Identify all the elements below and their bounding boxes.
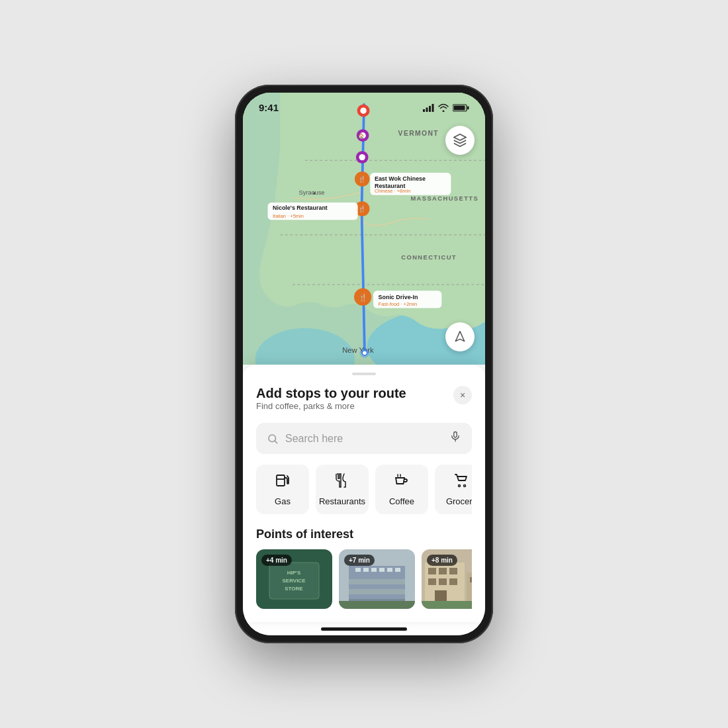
svg-rect-1 [426,107,428,112]
poi-section: Points of interest HIP'S SERVICE STORE +… [256,527,472,609]
svg-point-18 [363,351,367,355]
gas-icon [275,473,291,492]
navigation-icon [453,330,467,343]
signal-icon [423,104,434,112]
svg-text:HIP'S: HIP'S [287,570,301,576]
restaurants-icon [334,473,350,492]
grocery-label: Grocery [446,496,472,506]
svg-text:MASSACHUSETTS: MASSACHUSETTS [410,195,478,202]
restaurants-label: Restaurants [319,496,365,506]
home-indicator [243,622,485,635]
coffee-icon [394,473,410,492]
search-icon [267,433,279,445]
poi-card-1[interactable]: +7 min [339,549,415,609]
poi-card-0[interactable]: HIP'S SERVICE STORE +4 min [256,549,332,609]
category-gas[interactable]: Gas [256,465,309,514]
coffee-label: Coffee [389,496,414,506]
poi-badge-0: +4 min [261,555,292,566]
phone-frame: 9:41 [235,85,493,643]
svg-text:East Wok Chinese: East Wok Chinese [375,175,426,182]
status-time: 9:41 [259,102,279,113]
bottom-sheet: Add stops to your route Find coffee, par… [243,365,485,622]
svg-rect-45 [277,475,285,486]
svg-point-25 [359,154,365,160]
svg-point-47 [459,485,461,487]
svg-rect-63 [387,568,392,572]
category-grocery[interactable]: Grocery [435,465,472,514]
poi-card-2[interactable]: +8 min [422,549,472,609]
svg-rect-2 [429,106,431,112]
svg-rect-77 [435,590,447,602]
search-bar[interactable]: Search here [256,423,472,454]
category-row: Gas Restaurants [256,465,472,514]
svg-rect-65 [339,601,415,609]
svg-rect-78 [422,601,472,609]
svg-rect-61 [371,568,377,572]
svg-rect-3 [432,104,434,112]
poi-cards: HIP'S SERVICE STORE +4 min [256,549,472,609]
phone-screen: 9:41 [243,93,485,635]
sheet-handle [352,373,376,375]
sheet-subtitle: Find coffee, parks & more [256,401,406,411]
svg-text:Fast-food · +2min: Fast-food · +2min [379,301,418,307]
category-restaurants[interactable]: Restaurants [316,465,369,514]
map-layers-button[interactable] [445,126,475,155]
svg-text:Sonic Drive-In: Sonic Drive-In [379,294,418,300]
svg-rect-43 [454,432,457,437]
sheet-title-area: Add stops to your route Find coffee, par… [256,386,406,420]
battery-icon [453,104,469,112]
close-button[interactable]: × [453,386,472,404]
sheet-header: Add stops to your route Find coffee, par… [256,386,472,420]
wifi-icon [438,104,449,112]
search-input[interactable]: Search here [285,433,443,445]
svg-rect-70 [439,568,447,574]
svg-text:🏠: 🏠 [358,133,365,139]
svg-rect-71 [449,568,457,574]
svg-text:VERMONT: VERMONT [398,130,439,137]
home-bar [321,627,407,631]
sheet-title: Add stops to your route [256,386,406,401]
svg-text:Nicole's Restaurant: Nicole's Restaurant [273,205,328,211]
svg-rect-68 [467,572,472,602]
svg-text:🍴: 🍴 [359,293,367,302]
svg-rect-57 [349,589,405,594]
microphone-icon[interactable] [449,431,461,446]
svg-rect-64 [395,568,400,572]
svg-text:CONNECTICUT: CONNECTICUT [401,254,457,261]
svg-rect-5 [467,106,469,109]
svg-rect-62 [379,568,385,572]
svg-rect-6 [454,105,465,110]
svg-text:SERVICE: SERVICE [283,578,306,584]
svg-rect-59 [355,568,361,572]
svg-rect-74 [449,578,457,585]
gas-label: Gas [275,496,291,506]
category-coffee[interactable]: Coffee [375,465,428,514]
svg-rect-73 [439,578,447,585]
svg-rect-69 [428,568,436,574]
svg-rect-60 [363,568,369,572]
svg-text:Italian · +5min: Italian · +5min [273,213,304,219]
svg-point-48 [464,485,466,487]
svg-text:Syracuse: Syracuse [298,189,324,196]
poi-title: Points of interest [256,527,472,541]
svg-rect-75 [470,577,472,582]
location-button[interactable] [445,322,475,351]
svg-point-14 [313,192,316,195]
svg-text:🍴: 🍴 [358,205,366,213]
poi-badge-1: +7 min [344,555,375,566]
status-bar: 9:41 [243,93,485,117]
svg-text:🍴: 🍴 [358,175,366,183]
svg-rect-72 [428,578,436,585]
svg-rect-0 [423,109,425,112]
svg-rect-56 [349,579,405,584]
status-icons [423,104,469,112]
layers-icon [453,133,467,148]
map-area: VERMONT MASSACHUSETTS CONNECTICUT Syracu… [243,93,485,365]
poi-badge-2: +8 min [427,555,457,566]
svg-text:STORE: STORE [285,586,303,592]
grocery-icon [453,473,469,492]
svg-text:Chinese · +8min: Chinese · +8min [375,188,410,194]
